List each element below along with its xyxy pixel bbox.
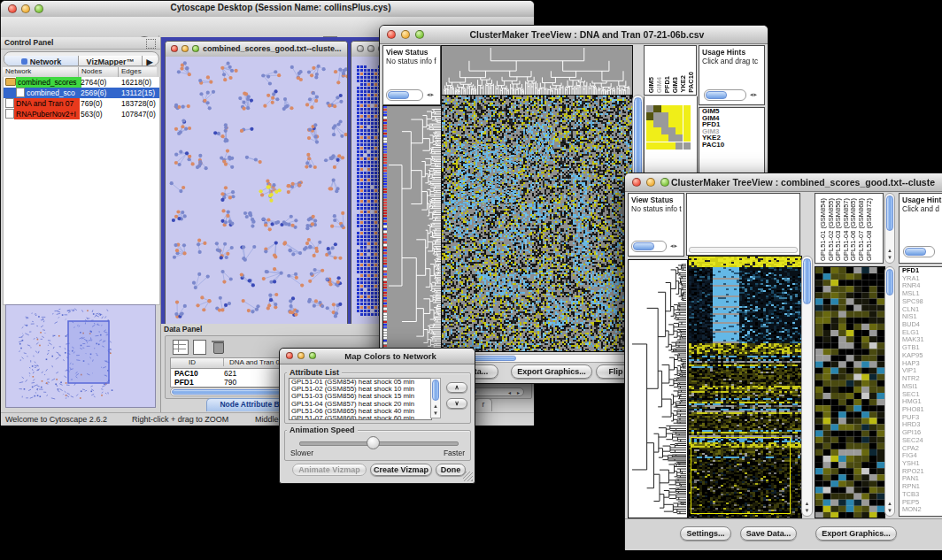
scrollbar-thumb[interactable] <box>886 269 893 295</box>
matrix-cell[interactable] <box>646 112 653 119</box>
tv2-collabel-vscrollbar[interactable]: ▲ ▼ <box>884 193 895 264</box>
tv2-global-vscrollbar[interactable]: ▲ ▼ <box>801 256 813 517</box>
matrix-cell[interactable] <box>676 120 683 127</box>
birdseye-view-canvas[interactable] <box>5 304 156 408</box>
close-icon[interactable] <box>171 45 178 52</box>
scrollbar-thumb[interactable] <box>803 258 811 304</box>
scroll-up-icon[interactable]: ▲ <box>802 501 812 507</box>
maximize-icon[interactable] <box>192 45 199 52</box>
tab-network[interactable]: Network <box>4 56 79 66</box>
matrix-cell[interactable] <box>668 127 676 134</box>
scroll-up-icon[interactable]: ▲ <box>431 403 440 410</box>
scroll-arrows-icon[interactable]: ◂▸ <box>750 91 758 98</box>
matrix-cell[interactable] <box>661 112 668 119</box>
matrix-cell[interactable] <box>653 127 660 134</box>
tv1-column-dendrogram-canvas[interactable] <box>441 45 633 96</box>
scroll-arrows-icon[interactable]: ◂▸ <box>427 91 435 98</box>
delete-attribute-icon[interactable] <box>212 340 224 353</box>
matrix-cell[interactable] <box>683 127 691 134</box>
network-view-canvas[interactable] <box>166 57 347 326</box>
button-save-data[interactable]: Save Data... <box>740 526 797 541</box>
maximize-icon[interactable] <box>660 178 669 187</box>
resize-grip[interactable] <box>463 472 473 481</box>
table-mode-icon[interactable] <box>173 340 189 355</box>
minimize-icon[interactable] <box>367 45 374 52</box>
tv2-global-heatmap-canvas[interactable] <box>688 256 802 518</box>
matrix-cell[interactable] <box>646 142 653 150</box>
attribute-list[interactable]: GPL51-01 (GSM854) heat shock 05 minGPL51… <box>289 378 432 420</box>
matrix-cell[interactable] <box>683 134 691 142</box>
partial-tab[interactable]: r <box>475 398 492 411</box>
button-create-vizmap[interactable]: Create Vizmap <box>370 464 432 476</box>
tv2-row-dendrogram-canvas[interactable] <box>628 259 688 518</box>
close-icon[interactable] <box>286 352 293 359</box>
matrix-cell[interactable] <box>676 112 683 119</box>
attribute-list-vscrollbar[interactable]: ▲ ▼ <box>430 378 441 418</box>
matrix-cell[interactable] <box>661 142 668 150</box>
scrollbar-thumb[interactable] <box>905 248 926 256</box>
tv2-status-scrollbar[interactable]: ◂▸ <box>631 241 667 252</box>
network-row[interactable]: combined_scores2764(0)16218(0) <box>4 77 159 88</box>
matrix-cell[interactable] <box>646 127 653 134</box>
matrix-cell[interactable] <box>676 134 683 142</box>
tv2-top-hscrollbar[interactable] <box>689 247 798 253</box>
scroll-right-icon[interactable]: ▸ <box>517 389 520 395</box>
matrix-cell[interactable] <box>661 105 668 112</box>
button-animate-vizmap[interactable]: Animate Vizmap <box>292 464 367 476</box>
scroll-up-icon[interactable]: ▲ <box>885 248 894 254</box>
matrix-cell[interactable] <box>676 127 683 134</box>
attribute-list-item[interactable]: GPL51-07 (GSM868) heat shock 60 min <box>290 415 431 420</box>
column-header[interactable]: ID <box>171 358 224 366</box>
minimize-icon[interactable] <box>21 4 30 13</box>
scrollbar-thumb[interactable] <box>432 380 439 401</box>
matrix-cell[interactable] <box>683 120 691 127</box>
tv1-titlebar[interactable]: ClusterMaker TreeView : DNA and Tran 07-… <box>380 26 768 44</box>
tv1-heatmap-canvas[interactable] <box>441 95 633 352</box>
minimize-icon[interactable] <box>646 178 655 187</box>
matrix-cell[interactable] <box>676 105 683 112</box>
button-settings[interactable]: Settings... <box>680 526 731 541</box>
network-row[interactable]: combined_sco2569(6)13112(15) <box>4 88 159 98</box>
matrix-cell[interactable] <box>661 127 668 134</box>
move-up-button[interactable]: ∧ <box>446 382 467 393</box>
minimize-icon[interactable] <box>401 30 410 39</box>
matrix-cell[interactable] <box>668 120 676 127</box>
matrix-cell[interactable] <box>653 120 660 127</box>
tv1-status-scrollbar[interactable]: ◂▸ <box>386 89 423 101</box>
close-icon[interactable] <box>387 30 396 39</box>
matrix-cell[interactable] <box>661 134 668 142</box>
scrollbar-thumb[interactable] <box>886 196 893 231</box>
close-icon[interactable] <box>632 178 641 187</box>
matrix-cell[interactable] <box>676 142 683 150</box>
speed-slider-thumb[interactable] <box>367 436 380 449</box>
tab-overflow-arrow[interactable]: ▶ <box>143 56 157 66</box>
matrix-cell[interactable] <box>668 134 676 142</box>
matrix-cell[interactable] <box>668 105 676 112</box>
matrix-cell[interactable] <box>668 142 676 150</box>
move-down-button[interactable]: ∨ <box>446 398 467 409</box>
new-attribute-icon[interactable] <box>193 340 206 355</box>
button-done[interactable]: Done <box>436 464 466 476</box>
matrix-cell[interactable] <box>653 112 660 119</box>
network-row[interactable]: DNA and Tran 07769(0)183728(0) <box>4 98 159 109</box>
tv2-hints-scrollbar[interactable] <box>903 246 935 257</box>
main-titlebar[interactable]: Cytoscape Desktop (Session Name: collins… <box>1 1 534 18</box>
matrix-cell[interactable] <box>653 134 660 142</box>
close-icon[interactable] <box>357 45 364 52</box>
dialog-titlebar[interactable]: Map Colors to Network <box>280 349 475 364</box>
network-row[interactable]: RNAPuberNov2+I563(0)107847(0) <box>4 109 159 119</box>
tab-vizmapper[interactable]: VizMapper™ <box>79 56 143 66</box>
float-panel-icon[interactable] <box>146 39 156 49</box>
scroll-down-icon[interactable]: ▼ <box>885 255 894 261</box>
matrix-cell[interactable] <box>683 142 691 150</box>
matrix-cell[interactable] <box>646 120 653 127</box>
matrix-cell[interactable] <box>683 105 691 112</box>
scrollbar-thumb[interactable] <box>706 91 727 99</box>
matrix-cell[interactable] <box>646 105 653 112</box>
scrollbar-thumb[interactable] <box>633 242 654 250</box>
minimize-icon[interactable] <box>297 352 305 359</box>
scroll-down-icon[interactable]: ▼ <box>885 508 894 514</box>
matrix-cell[interactable] <box>668 112 676 119</box>
scrollbar-thumb[interactable] <box>388 91 409 99</box>
network-frame-1[interactable]: combined_scores_good.txt--cluste... <box>165 41 348 326</box>
